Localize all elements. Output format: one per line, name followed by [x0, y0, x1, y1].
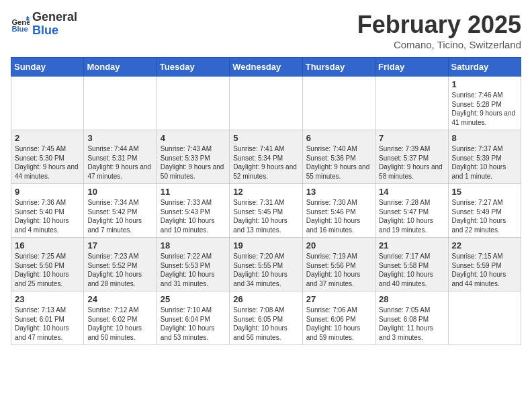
- day-number: 25: [161, 294, 226, 304]
- day-cell: 1Sunrise: 7:46 AM Sunset: 5:28 PM Daylig…: [448, 77, 521, 130]
- day-info: Sunrise: 7:10 AM Sunset: 6:04 PM Dayligh…: [161, 306, 226, 342]
- day-info: Sunrise: 7:20 AM Sunset: 5:55 PM Dayligh…: [233, 252, 298, 288]
- weekday-header-sunday: Sunday: [11, 58, 84, 77]
- day-number: 18: [161, 240, 226, 250]
- day-info: Sunrise: 7:41 AM Sunset: 5:34 PM Dayligh…: [233, 144, 298, 181]
- day-cell: 8Sunrise: 7:37 AM Sunset: 5:39 PM Daylig…: [448, 130, 521, 184]
- day-info: Sunrise: 7:27 AM Sunset: 5:49 PM Dayligh…: [452, 198, 517, 234]
- week-row-1: 1Sunrise: 7:46 AM Sunset: 5:28 PM Daylig…: [11, 77, 521, 130]
- day-number: 7: [379, 133, 444, 143]
- day-cell: 17Sunrise: 7:23 AM Sunset: 5:52 PM Dayli…: [84, 238, 157, 291]
- day-info: Sunrise: 7:43 AM Sunset: 5:33 PM Dayligh…: [161, 144, 226, 181]
- day-info: Sunrise: 7:23 AM Sunset: 5:52 PM Dayligh…: [87, 252, 152, 288]
- day-number: 16: [15, 240, 80, 250]
- day-number: 17: [87, 240, 152, 250]
- day-info: Sunrise: 7:40 AM Sunset: 5:36 PM Dayligh…: [306, 144, 371, 181]
- day-info: Sunrise: 7:06 AM Sunset: 6:06 PM Dayligh…: [306, 306, 371, 342]
- day-info: Sunrise: 7:30 AM Sunset: 5:46 PM Dayligh…: [306, 198, 371, 234]
- day-cell: 7Sunrise: 7:39 AM Sunset: 5:37 PM Daylig…: [375, 130, 448, 184]
- week-row-4: 16Sunrise: 7:25 AM Sunset: 5:50 PM Dayli…: [11, 238, 521, 291]
- day-cell: 19Sunrise: 7:20 AM Sunset: 5:55 PM Dayli…: [230, 238, 302, 291]
- day-number: 20: [306, 240, 371, 250]
- day-cell: 22Sunrise: 7:15 AM Sunset: 5:59 PM Dayli…: [448, 238, 521, 291]
- weekday-header-saturday: Saturday: [448, 58, 521, 77]
- day-cell: 18Sunrise: 7:22 AM Sunset: 5:53 PM Dayli…: [157, 238, 229, 291]
- day-number: 19: [233, 240, 298, 250]
- day-number: 24: [87, 294, 152, 304]
- day-info: Sunrise: 7:31 AM Sunset: 5:45 PM Dayligh…: [233, 198, 298, 234]
- day-number: 9: [15, 187, 80, 197]
- day-info: Sunrise: 7:28 AM Sunset: 5:47 PM Dayligh…: [379, 198, 444, 234]
- week-row-2: 2Sunrise: 7:45 AM Sunset: 5:30 PM Daylig…: [11, 130, 521, 184]
- day-cell: [157, 77, 229, 130]
- day-cell: 4Sunrise: 7:43 AM Sunset: 5:33 PM Daylig…: [157, 130, 229, 184]
- logo-general: General: [32, 11, 77, 24]
- day-cell: 27Sunrise: 7:06 AM Sunset: 6:06 PM Dayli…: [302, 291, 375, 345]
- day-cell: 12Sunrise: 7:31 AM Sunset: 5:45 PM Dayli…: [230, 184, 302, 238]
- day-info: Sunrise: 7:36 AM Sunset: 5:40 PM Dayligh…: [15, 198, 80, 234]
- day-info: Sunrise: 7:17 AM Sunset: 5:58 PM Dayligh…: [379, 252, 444, 288]
- page-header: General Blue General Blue February 2025 …: [11, 11, 521, 50]
- day-number: 4: [161, 133, 226, 143]
- weekday-header-friday: Friday: [375, 58, 448, 77]
- day-cell: 20Sunrise: 7:19 AM Sunset: 5:56 PM Dayli…: [302, 238, 375, 291]
- day-info: Sunrise: 7:19 AM Sunset: 5:56 PM Dayligh…: [306, 252, 371, 288]
- day-number: 5: [233, 133, 298, 143]
- day-info: Sunrise: 7:46 AM Sunset: 5:28 PM Dayligh…: [452, 91, 517, 127]
- weekday-header-monday: Monday: [84, 58, 157, 77]
- day-info: Sunrise: 7:12 AM Sunset: 6:02 PM Dayligh…: [87, 306, 152, 342]
- day-cell: 14Sunrise: 7:28 AM Sunset: 5:47 PM Dayli…: [375, 184, 448, 238]
- day-number: 12: [233, 187, 298, 197]
- day-number: 21: [379, 240, 444, 250]
- day-info: Sunrise: 7:33 AM Sunset: 5:43 PM Dayligh…: [161, 198, 226, 234]
- day-cell: 24Sunrise: 7:12 AM Sunset: 6:02 PM Dayli…: [84, 291, 157, 345]
- calendar-subtitle: Comano, Ticino, Switzerland: [357, 39, 521, 50]
- day-number: 13: [306, 187, 371, 197]
- weekday-header-row: SundayMondayTuesdayWednesdayThursdayFrid…: [11, 58, 521, 77]
- logo-blue: Blue: [32, 24, 77, 38]
- day-cell: 5Sunrise: 7:41 AM Sunset: 5:34 PM Daylig…: [230, 130, 302, 184]
- day-number: 14: [379, 187, 444, 197]
- day-cell: 23Sunrise: 7:13 AM Sunset: 6:01 PM Dayli…: [11, 291, 84, 345]
- day-cell: 9Sunrise: 7:36 AM Sunset: 5:40 PM Daylig…: [11, 184, 84, 238]
- day-number: 3: [87, 133, 152, 143]
- day-cell: [230, 77, 302, 130]
- day-cell: 15Sunrise: 7:27 AM Sunset: 5:49 PM Dayli…: [448, 184, 521, 238]
- weekday-header-wednesday: Wednesday: [230, 58, 302, 77]
- day-cell: 10Sunrise: 7:34 AM Sunset: 5:42 PM Dayli…: [84, 184, 157, 238]
- logo: General Blue General Blue: [11, 11, 77, 38]
- day-info: Sunrise: 7:39 AM Sunset: 5:37 PM Dayligh…: [379, 144, 444, 181]
- svg-text:Blue: Blue: [11, 25, 28, 33]
- day-cell: 3Sunrise: 7:44 AM Sunset: 5:31 PM Daylig…: [84, 130, 157, 184]
- day-number: 8: [452, 133, 517, 143]
- day-info: Sunrise: 7:37 AM Sunset: 5:39 PM Dayligh…: [452, 144, 517, 181]
- day-cell: 28Sunrise: 7:05 AM Sunset: 6:08 PM Dayli…: [375, 291, 448, 345]
- week-row-5: 23Sunrise: 7:13 AM Sunset: 6:01 PM Dayli…: [11, 291, 521, 345]
- day-cell: 21Sunrise: 7:17 AM Sunset: 5:58 PM Dayli…: [375, 238, 448, 291]
- day-number: 15: [452, 187, 517, 197]
- day-info: Sunrise: 7:44 AM Sunset: 5:31 PM Dayligh…: [87, 144, 152, 181]
- day-cell: [84, 77, 157, 130]
- day-cell: 2Sunrise: 7:45 AM Sunset: 5:30 PM Daylig…: [11, 130, 84, 184]
- day-info: Sunrise: 7:08 AM Sunset: 6:05 PM Dayligh…: [233, 306, 298, 342]
- day-cell: 13Sunrise: 7:30 AM Sunset: 5:46 PM Dayli…: [302, 184, 375, 238]
- day-number: 26: [233, 294, 298, 304]
- weekday-header-tuesday: Tuesday: [157, 58, 229, 77]
- title-block: February 2025 Comano, Ticino, Switzerlan…: [357, 11, 521, 50]
- day-number: 23: [15, 294, 80, 304]
- day-info: Sunrise: 7:15 AM Sunset: 5:59 PM Dayligh…: [452, 252, 517, 288]
- calendar-title: February 2025: [357, 11, 521, 39]
- day-cell: [375, 77, 448, 130]
- day-cell: 6Sunrise: 7:40 AM Sunset: 5:36 PM Daylig…: [302, 130, 375, 184]
- day-info: Sunrise: 7:13 AM Sunset: 6:01 PM Dayligh…: [15, 306, 80, 342]
- weekday-header-thursday: Thursday: [302, 58, 375, 77]
- logo-text: General Blue: [32, 11, 77, 38]
- day-cell: [448, 291, 521, 345]
- day-number: 22: [452, 240, 517, 250]
- logo-icon: General Blue: [11, 15, 30, 34]
- week-row-3: 9Sunrise: 7:36 AM Sunset: 5:40 PM Daylig…: [11, 184, 521, 238]
- calendar-table: SundayMondayTuesdayWednesdayThursdayFrid…: [11, 57, 521, 345]
- day-cell: 25Sunrise: 7:10 AM Sunset: 6:04 PM Dayli…: [157, 291, 229, 345]
- day-number: 11: [161, 187, 226, 197]
- day-number: 6: [306, 133, 371, 143]
